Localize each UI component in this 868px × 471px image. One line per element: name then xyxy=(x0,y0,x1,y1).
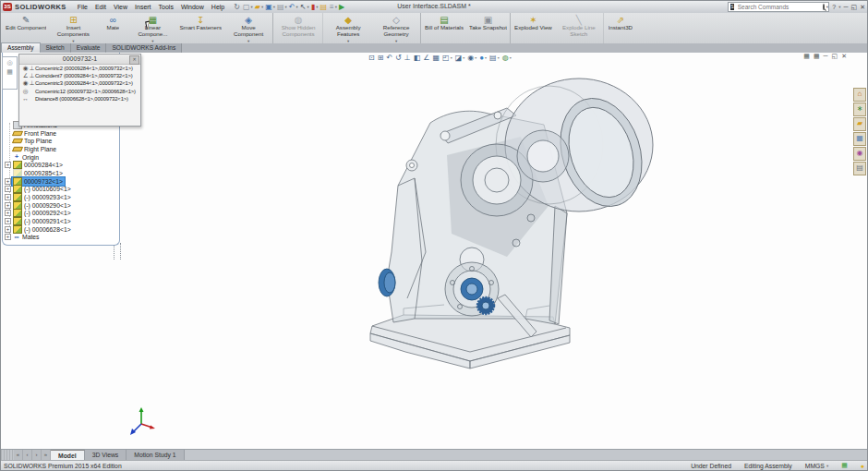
mate-item[interactable]: ◉ ⊥ Concentric3 (00009284<1>,00009732<1>… xyxy=(19,79,140,87)
command-button[interactable]: ▦ Linear Compone... ▾ xyxy=(128,13,176,43)
tree-item[interactable]: 00009285<1> xyxy=(5,169,118,177)
minimize-doc-icon[interactable]: ─ xyxy=(824,53,828,60)
tree-item[interactable]: + (-) 00010609<1> xyxy=(5,186,118,194)
tab-bar-grip[interactable] xyxy=(1,450,14,460)
rebuild-icon[interactable]: ▮ xyxy=(311,3,315,12)
appearances-scenes-icon[interactable]: ◉ xyxy=(853,147,866,161)
command-button[interactable]: ◆ Assembly Features ▾ xyxy=(324,13,372,43)
tree-item[interactable]: Front Plane xyxy=(5,129,118,138)
restore-doc-icon[interactable]: ◱ xyxy=(832,53,838,60)
hide-show-items-icon[interactable]: ◉ xyxy=(467,54,474,63)
dropdown-caret-icon[interactable]: ▾ xyxy=(335,5,337,9)
dropdown-caret-icon[interactable]: ▾ xyxy=(285,5,287,9)
tab-scroll-icon[interactable]: » xyxy=(42,450,51,460)
command-button[interactable]: ◈ Move Component ▾ xyxy=(224,13,273,43)
command-button[interactable]: ▤ Bill of Materials xyxy=(422,13,466,43)
open-icon[interactable]: ▰ xyxy=(255,3,260,12)
dropdown-caret-icon[interactable]: ▾ xyxy=(261,5,263,9)
save-icon[interactable]: ▣ xyxy=(265,3,272,12)
search-input[interactable] xyxy=(736,3,821,12)
minimize-icon[interactable]: ─ xyxy=(844,4,849,10)
tree-item[interactable]: Origin xyxy=(5,153,118,162)
solidworks-resources-icon[interactable]: ⌂ xyxy=(853,88,866,102)
search-caret-icon[interactable]: ▾ xyxy=(826,5,828,9)
tree-expander[interactable]: + xyxy=(5,162,11,168)
tree-expander[interactable]: + xyxy=(5,210,11,216)
popup-close-icon[interactable]: ✕ xyxy=(129,55,139,65)
mate-item[interactable]: ∠ ⊥ Coincident7 (00009284<1>,00009732<1>… xyxy=(19,72,140,79)
menu-item[interactable]: Edit xyxy=(91,4,110,10)
command-button[interactable]: ⊞ Insert Components ▾ xyxy=(49,13,97,43)
dropdown-caret-icon[interactable]: ▾ xyxy=(307,5,309,9)
dropdown-caret-icon[interactable]: ▾ xyxy=(273,5,275,9)
file-properties-icon[interactable]: ▤ xyxy=(319,3,327,12)
search-box[interactable]: S ▾ xyxy=(728,2,829,12)
zoom-to-area-icon[interactable]: ⊞ xyxy=(378,54,384,63)
document-tab[interactable]: Model xyxy=(51,450,85,460)
tree-item[interactable]: Top Plane xyxy=(5,137,118,145)
command-button[interactable]: ╲ Explode Line Sketch xyxy=(555,13,604,43)
tree-expander[interactable]: + xyxy=(5,202,11,209)
tree-item[interactable]: + (-) 00009292<1> xyxy=(5,210,118,218)
close-doc-icon[interactable]: ✕ xyxy=(841,53,847,60)
command-button[interactable]: ∞ Mate xyxy=(97,13,128,43)
design-library-icon[interactable]: ∗ xyxy=(853,103,866,116)
xpress-products-icon[interactable]: ▶ xyxy=(339,3,344,12)
menu-item[interactable]: Insert xyxy=(131,4,155,10)
mate-item[interactable]: ◎ Concentric12 (00009732<1>,00006628<1>) xyxy=(19,88,140,95)
search-icon[interactable] xyxy=(823,4,825,10)
menu-item[interactable]: Window xyxy=(177,4,208,10)
menu-item[interactable]: View xyxy=(110,4,131,10)
close-icon[interactable]: ✕ xyxy=(860,4,865,11)
flyout-icon[interactable]: ◎ xyxy=(6,59,12,66)
tree-expander[interactable]: + xyxy=(5,194,11,200)
dropdown-caret-icon[interactable]: ▾ xyxy=(498,55,500,60)
tree-expander[interactable]: + xyxy=(5,226,11,233)
dropdown-caret-icon[interactable]: ▾ xyxy=(451,55,452,60)
zoom-to-fit-icon[interactable]: ⊡ xyxy=(368,54,375,63)
units-caret-icon[interactable]: ▾ xyxy=(826,464,828,468)
sheet-status-icon[interactable]: ▦ xyxy=(841,462,848,469)
rotate-view-icon[interactable]: ↺ xyxy=(395,54,402,63)
dropdown-caret-icon[interactable]: ▾ xyxy=(510,55,512,60)
undo-icon[interactable]: ↶ xyxy=(289,3,295,12)
dropdown-caret-icon[interactable]: ▾ xyxy=(251,5,253,9)
tree-item[interactable]: + 00009284<1> xyxy=(5,161,118,169)
rebuild-circle-icon[interactable]: ↻ xyxy=(234,3,240,12)
apply-scene-icon[interactable]: ▤ xyxy=(489,54,497,63)
file-explorer-icon[interactable]: ▰ xyxy=(853,117,866,131)
menu-item[interactable]: Help xyxy=(208,4,228,10)
tree-item[interactable]: + (-) 00009290<1> xyxy=(5,201,118,210)
flyout-icon[interactable]: ▦ xyxy=(6,68,13,76)
tree-item[interactable]: + (-) 00009291<1> xyxy=(5,217,118,225)
normal-to-icon[interactable]: ⊥ xyxy=(404,54,411,63)
tab-scroll-icon[interactable]: › xyxy=(32,450,42,460)
measure-icon[interactable]: ∠ xyxy=(423,54,429,63)
new-document-icon[interactable]: ▢ xyxy=(243,3,250,12)
help-icon[interactable]: ? xyxy=(832,4,836,10)
edit-appearance-icon[interactable]: ● xyxy=(479,54,484,63)
command-manager-tab[interactable]: Evaluate xyxy=(71,43,107,53)
dropdown-caret-icon[interactable]: ▾ xyxy=(475,55,476,60)
help-caret-icon[interactable]: ▾ xyxy=(838,5,840,9)
section-view-icon[interactable]: ◧ xyxy=(414,54,421,63)
select-icon[interactable]: ↖ xyxy=(300,3,307,12)
print-icon[interactable]: ▤ xyxy=(277,3,284,12)
feedback-icon[interactable]: ● xyxy=(861,463,864,469)
dropdown-caret-icon[interactable]: ▾ xyxy=(463,55,464,60)
graphics-viewport[interactable]: ⊡ ⊞ ↶ ↺ ⊥ xyxy=(1,53,867,452)
view-settings-icon[interactable]: ◍ xyxy=(502,54,509,63)
view-palette-icon[interactable]: ▦ xyxy=(853,132,866,146)
command-button[interactable]: ⇗ Instant3D xyxy=(605,13,636,43)
command-button[interactable]: ↧ Smart Fasteners xyxy=(176,13,224,43)
tree-item[interactable]: + (-) 00006628<1> xyxy=(5,225,118,234)
previous-view-icon[interactable]: ↶ xyxy=(386,54,392,63)
tile-vertically-icon[interactable]: ▦ xyxy=(814,53,820,60)
tab-scroll-icon[interactable]: ‹ xyxy=(23,450,32,460)
tree-item[interactable]: + Mates xyxy=(5,234,118,242)
command-button[interactable]: ✶ Exploded View xyxy=(512,13,555,43)
restore-icon[interactable]: ◱ xyxy=(851,4,858,11)
command-manager-tab[interactable]: Assembly xyxy=(1,42,41,53)
command-button[interactable]: ▣ Take Snapshot xyxy=(466,13,511,43)
dropdown-caret-icon[interactable]: ▾ xyxy=(485,55,487,60)
